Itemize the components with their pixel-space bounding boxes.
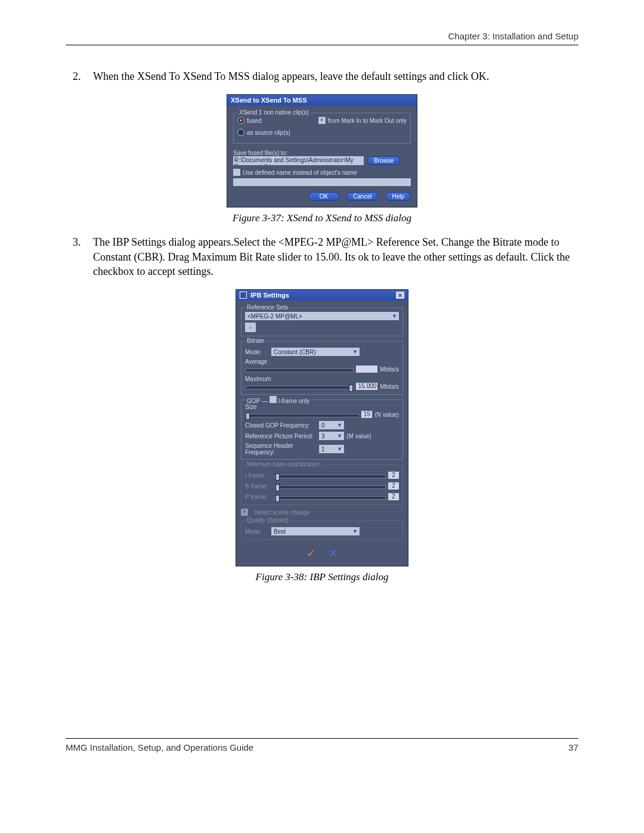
iframe-label: I frame: [245,472,273,479]
chevron-down-icon: ▼ [337,422,342,428]
check-use-defined[interactable] [233,169,240,176]
cancel-icon[interactable]: ✕ [329,547,338,560]
closed-gop-label: Closed GOP Frequency: [245,422,317,429]
pframe-label: P frame: [245,494,273,500]
bitrate-mode-select[interactable]: Constant (CBR) ▼ [271,348,360,356]
size-slider[interactable] [245,414,359,417]
radio-fused-label: fused [247,117,261,124]
check-iframe-only[interactable] [270,396,277,403]
chevron-down-icon: ▼ [352,349,358,355]
detect-scene-label: Detect scene change [254,509,310,516]
mode-label: Mode: [245,349,269,355]
bframe-slider [275,485,386,489]
size-value[interactable]: 15 [361,411,372,418]
seq-hdr-label: Sequence Header Frequency: [245,442,317,456]
iframe-val: 2 [388,472,399,479]
figure-38-caption: Figure 3-38: IBP Settings dialog [66,571,578,583]
min-quant-legend: Minimum base quantization [245,461,321,467]
xsend-dialog: XSend to XSend To MSS XSend 1 non native… [227,94,417,208]
pframe-val: 2 [388,493,399,500]
radio-source-label: as source clip(s) [247,129,290,136]
refset-value: <MPEG-2 MP@ML> [247,313,302,320]
check-use-defined-label: Use defined name instead of object's nam… [243,169,357,176]
help-button[interactable]: Help [385,192,411,201]
step-3: The IBP Settings dialog appears.Select t… [93,235,578,278]
footer-page: 37 [568,742,578,753]
avg-value [356,366,377,373]
max-unit: Mbits/s [380,383,399,390]
bframe-val: 2 [388,482,399,490]
bitrate-legend: Bitrate [245,337,266,344]
xsend-nonnative-legend: XSend 1 non native clip(s) [237,109,311,116]
radio-fused[interactable] [237,117,244,124]
quality-legend: Quality (Speed) [245,517,290,524]
chevron-down-icon: ▼ [352,528,358,534]
ibp-dialog: IPB Settings × Reference Sets <MPEG-2 MP… [236,289,408,566]
accept-icon[interactable]: ✓ [306,547,315,560]
radio-source[interactable] [237,129,244,136]
bframe-label: B frame: [245,483,273,490]
average-label: Average [245,358,399,365]
closed-gop-select[interactable]: 0▼ [319,421,344,429]
save-path-input[interactable]: R:\Documents and Settings\Administrator\… [233,156,364,165]
refset-select[interactable]: <MPEG-2 MP@ML> ▼ [245,312,399,320]
gop-legend: GOP — I-frame only [245,396,311,404]
defined-name-input[interactable] [233,178,411,186]
footer-title: MMG Installation, Setup, and Operations … [66,742,253,753]
avg-unit: Mbits/s [380,366,399,373]
chevron-down-icon: ▼ [337,433,342,439]
page-header: Chapter 3: Installation and Setup [66,31,578,45]
size-label: Size [245,404,399,410]
cancel-button[interactable]: Cancel [346,192,378,201]
browse-button[interactable]: Browse [367,156,400,165]
check-markinout-label: from Mark In to Mark Out only [328,117,407,124]
seq-hdr-select[interactable]: 1▼ [319,445,344,453]
iframe-slider [275,475,386,478]
quality-value: Best [274,528,286,535]
maximum-label: Maximum [245,376,399,382]
m-value-label: (M value) [346,433,371,439]
chevron-down-icon: ▼ [392,313,397,319]
ok-button[interactable]: OK [308,192,339,201]
quality-select[interactable]: Best ▼ [271,527,360,535]
ibp-title: IPB Settings [250,292,289,299]
chevron-down-icon: ▼ [337,446,342,452]
menu-icon[interactable] [240,292,247,299]
pframe-slider [275,496,386,500]
check-detect-scene [241,509,248,516]
save-refset-icon[interactable]: ▫ [245,323,256,332]
xsend-title: XSend to XSend To MSS [227,95,417,106]
quality-mode-label: Mode: [245,528,269,535]
max-slider[interactable] [245,386,354,389]
n-value-label: (N value) [374,411,399,418]
max-value: 15.000 [356,383,377,390]
refsets-legend: Reference Sets [245,304,290,311]
close-icon[interactable]: × [396,292,404,299]
bitrate-mode-value: Constant (CBR) [274,349,316,355]
figure-37-caption: Figure 3-37: XSend to XSend to MSS dialo… [66,212,578,224]
ref-pic-select[interactable]: 3▼ [319,432,344,440]
avg-slider[interactable] [245,368,354,372]
check-markinout[interactable] [318,117,326,124]
step-2: When the XSend To XSend To MSS dialog ap… [93,69,578,83]
ref-pic-label: Reference Picture Period: [245,433,317,439]
save-to-label: Save fused file(s) to: [233,150,411,156]
